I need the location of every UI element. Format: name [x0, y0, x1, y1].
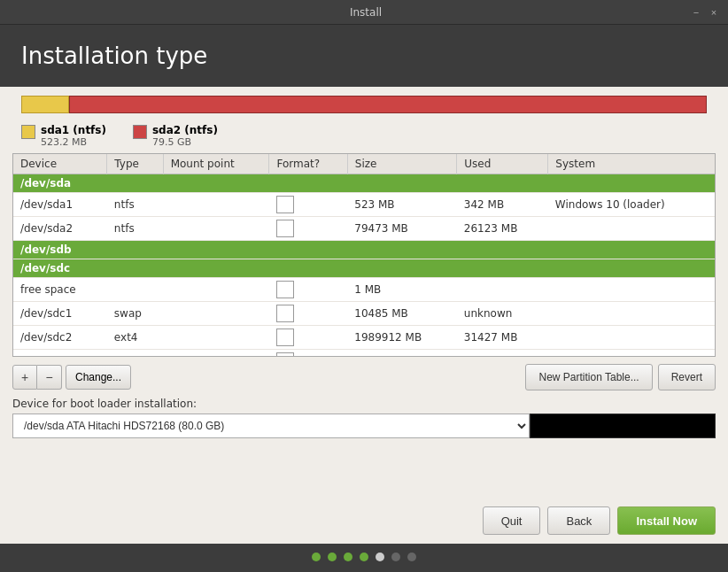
- minimize-button[interactable]: −: [689, 5, 703, 19]
- cell-mount: [163, 326, 269, 350]
- table-row[interactable]: /dev/sdc1 swap 10485 MB unknown: [13, 302, 715, 326]
- toolbar: + − Change... New Partition Table... Rev…: [12, 364, 716, 390]
- table-row[interactable]: /dev/sda2 ntfs 79473 MB 26123 MB: [13, 217, 715, 241]
- progress-dot-4: [376, 553, 384, 561]
- cell-used: [457, 278, 548, 302]
- cell-device: free space: [13, 350, 107, 358]
- partition-bar: [21, 96, 707, 113]
- revert-button[interactable]: Revert: [658, 364, 716, 390]
- cell-size: 10485 MB: [347, 302, 457, 326]
- remove-partition-button[interactable]: −: [37, 365, 62, 390]
- cell-device: /dev/sdc1: [13, 302, 107, 326]
- cell-type: ntfs: [107, 217, 163, 241]
- close-button[interactable]: ×: [707, 5, 721, 19]
- legend-color-sda2: [133, 125, 147, 139]
- legend-name-sda1: sda1 (ntfs): [41, 124, 106, 136]
- col-type: Type: [107, 154, 163, 174]
- content-area: Device Type Mount point Format? Size Use…: [0, 153, 728, 501]
- cell-size: 1989912 MB: [347, 326, 457, 350]
- col-device: Device: [13, 154, 107, 174]
- cell-used: unknown: [457, 302, 548, 326]
- cell-type: [107, 350, 163, 358]
- cell-format[interactable]: [269, 217, 347, 241]
- col-used: Used: [457, 154, 548, 174]
- partition-bar-area: [0, 87, 728, 120]
- cell-type: [107, 278, 163, 302]
- cell-size: 523 MB: [347, 193, 457, 217]
- legend-item-sda1: sda1 (ntfs) 523.2 MB: [21, 124, 106, 148]
- progress-dot-1: [328, 553, 337, 561]
- partition-sda1-segment: [21, 96, 69, 113]
- table-row[interactable]: free space 0 MB: [13, 350, 715, 358]
- cell-format[interactable]: [269, 278, 347, 302]
- legend-color-sda1: [21, 125, 35, 139]
- new-partition-table-button[interactable]: New Partition Table...: [525, 364, 652, 390]
- cell-mount: [163, 302, 269, 326]
- cell-format[interactable]: [269, 302, 347, 326]
- legend-size-sda2: 79.5 GB: [152, 136, 218, 148]
- partition-table-container[interactable]: Device Type Mount point Format? Size Use…: [12, 153, 716, 357]
- table-row[interactable]: /dev/sda: [13, 174, 715, 193]
- partition-legend: sda1 (ntfs) 523.2 MB sda2 (ntfs) 79.5 GB: [0, 120, 728, 153]
- back-button[interactable]: Back: [547, 506, 610, 535]
- bottom-button-row: Quit Back Install Now: [0, 501, 728, 544]
- legend-item-sda2: sda2 (ntfs) 79.5 GB: [133, 124, 218, 148]
- col-format: Format?: [269, 154, 347, 174]
- boot-loader-black-area: [530, 414, 716, 438]
- header: Installation type: [0, 25, 728, 87]
- cell-type: ext4: [107, 326, 163, 350]
- cell-format[interactable]: [269, 193, 347, 217]
- cell-size: 0 MB: [347, 350, 457, 358]
- cell-system: [548, 326, 715, 350]
- add-partition-button[interactable]: +: [12, 365, 37, 390]
- cell-device: /dev/sda1: [13, 193, 107, 217]
- install-now-button[interactable]: Install Now: [617, 506, 716, 535]
- progress-dot-0: [312, 553, 321, 561]
- progress-dot-3: [360, 553, 368, 561]
- cell-system: [548, 217, 715, 241]
- cell-type: ntfs: [107, 193, 163, 217]
- cell-format[interactable]: [269, 326, 347, 350]
- cell-used: 26123 MB: [457, 217, 548, 241]
- table-row[interactable]: free space 1 MB: [13, 278, 715, 302]
- toolbar-right: New Partition Table... Revert: [525, 364, 716, 390]
- cell-mount: [163, 278, 269, 302]
- toolbar-left: + − Change...: [12, 365, 131, 390]
- cell-format[interactable]: [269, 350, 347, 358]
- col-mount-point: Mount point: [163, 154, 269, 174]
- progress-dot-6: [407, 553, 416, 561]
- quit-button[interactable]: Quit: [483, 506, 541, 535]
- cell-device: /dev/sda2: [13, 217, 107, 241]
- table-row[interactable]: /dev/sdc: [13, 259, 715, 278]
- window-controls: − ×: [689, 5, 721, 19]
- table-row[interactable]: /dev/sdb: [13, 241, 715, 259]
- boot-loader-label: Device for boot loader installation:: [12, 398, 716, 410]
- table-row[interactable]: /dev/sdc2 ext4 1989912 MB 31427 MB: [13, 326, 715, 350]
- boot-loader-select-row: /dev/sda ATA Hitachi HDS72168 (80.0 GB): [12, 414, 716, 438]
- cell-used: 342 MB: [457, 193, 548, 217]
- cell-type: swap: [107, 302, 163, 326]
- main-window: Installation type sda1 (ntfs) 523.2 MB s…: [0, 25, 728, 544]
- cell-mount: [163, 350, 269, 358]
- boot-loader-select[interactable]: /dev/sda ATA Hitachi HDS72168 (80.0 GB): [12, 414, 530, 438]
- table-row[interactable]: /dev/sda1 ntfs 523 MB 342 MB Windows 10 …: [13, 193, 715, 217]
- cell-device: /dev/sdc2: [13, 326, 107, 350]
- cell-used: 31427 MB: [457, 326, 548, 350]
- cell-system: [548, 350, 715, 358]
- cell-system: [548, 302, 715, 326]
- cell-size: 1 MB: [347, 278, 457, 302]
- partition-table: Device Type Mount point Format? Size Use…: [13, 154, 715, 357]
- device-group-label: /dev/sdc: [13, 259, 715, 278]
- legend-size-sda1: 523.2 MB: [41, 136, 106, 148]
- cell-system: Windows 10 (loader): [548, 193, 715, 217]
- device-group-label: /dev/sdb: [13, 241, 715, 259]
- page-title: Installation type: [21, 43, 707, 69]
- change-partition-button[interactable]: Change...: [66, 365, 131, 390]
- legend-name-sda2: sda2 (ntfs): [152, 124, 218, 136]
- col-size: Size: [347, 154, 457, 174]
- cell-used: [457, 350, 548, 358]
- cell-device: free space: [13, 278, 107, 302]
- progress-dot-2: [344, 553, 352, 561]
- progress-dots: [0, 544, 728, 572]
- cell-mount: [163, 193, 269, 217]
